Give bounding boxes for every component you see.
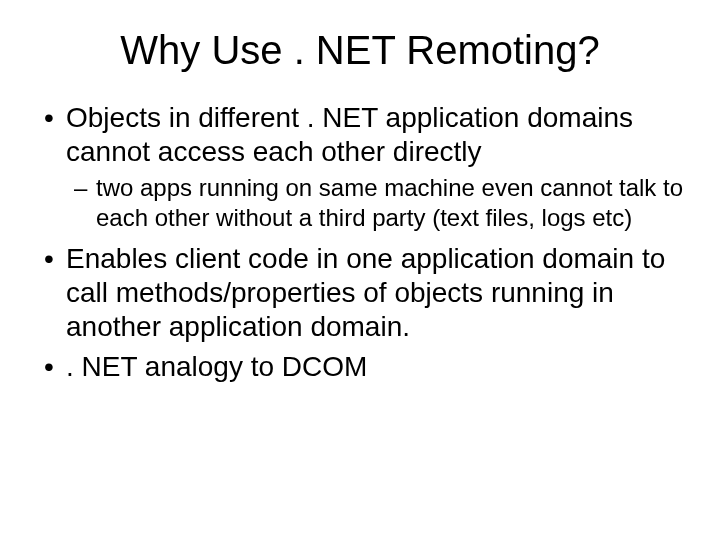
- bullet-text: Enables client code in one application d…: [66, 243, 665, 342]
- slide: Why Use . NET Remoting? Objects in diffe…: [0, 0, 720, 540]
- bullet-text: Objects in different . NET application d…: [66, 102, 633, 167]
- slide-title: Why Use . NET Remoting?: [30, 28, 690, 73]
- sub-bullet-text: two apps running on same machine even ca…: [96, 174, 683, 230]
- bullet-item: Objects in different . NET application d…: [66, 101, 690, 232]
- bullet-list: Objects in different . NET application d…: [30, 101, 690, 384]
- bullet-item: . NET analogy to DCOM: [66, 350, 690, 384]
- sub-bullet-item: two apps running on same machine even ca…: [96, 173, 690, 232]
- sub-bullet-list: two apps running on same machine even ca…: [66, 173, 690, 232]
- bullet-text: . NET analogy to DCOM: [66, 351, 367, 382]
- bullet-item: Enables client code in one application d…: [66, 242, 690, 344]
